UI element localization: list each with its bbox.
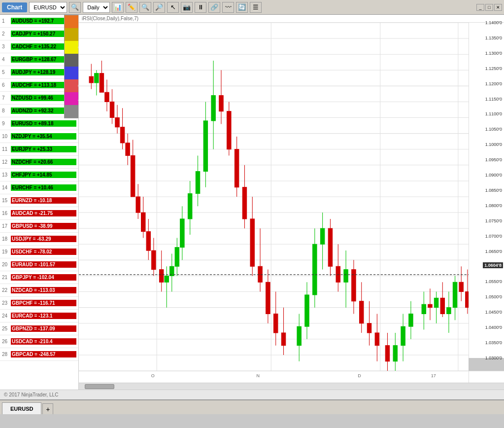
time-scale: OND17 bbox=[79, 371, 469, 383]
strength-row[interactable]: 18 USDJPY = -63.29 bbox=[0, 233, 78, 246]
svg-rect-40 bbox=[120, 127, 124, 143]
pair-name: GBPNZD = -137.09 bbox=[11, 325, 76, 332]
row-number: 19 bbox=[2, 249, 11, 254]
currency-option-eur[interactable]: EUR bbox=[65, 28, 79, 41]
pair-name: USDCAD = -210.4 bbox=[11, 338, 76, 345]
strength-row[interactable]: 26 USDCAD = -210.4 bbox=[0, 335, 78, 348]
minimize-button[interactable]: _ bbox=[476, 4, 484, 11]
list-icon[interactable]: ☰ bbox=[250, 2, 262, 13]
svg-rect-38 bbox=[115, 118, 119, 127]
row-number: 23 bbox=[2, 300, 11, 306]
strength-row[interactable]: 20 EURAUD = -101.57 bbox=[0, 258, 78, 271]
chart-indicator-label: iRSI(Close,Daily),False,7) bbox=[79, 15, 504, 23]
bar-chart-icon[interactable]: 📊 bbox=[112, 2, 124, 13]
strength-row[interactable]: 16 AUDCAD = -21.75 bbox=[0, 207, 78, 220]
currency-option-nzd[interactable]: NZD bbox=[65, 105, 79, 118]
svg-rect-70 bbox=[211, 96, 215, 121]
zoom-in-icon[interactable]: 🔍 bbox=[139, 2, 151, 13]
pair-name: GBPUSD = -38.99 bbox=[11, 223, 76, 229]
svg-rect-80 bbox=[250, 219, 254, 266]
snapshot-icon[interactable]: 📷 bbox=[181, 2, 193, 13]
price-tick: 1.0900'0 bbox=[485, 173, 502, 178]
symbol-select[interactable]: EURUSD bbox=[29, 2, 67, 13]
svg-rect-128 bbox=[447, 308, 451, 314]
timeframe-select[interactable]: Daily bbox=[83, 2, 110, 13]
strength-row[interactable]: 22 NZDCAD = -113.03 bbox=[0, 284, 78, 297]
row-number: 26 bbox=[2, 339, 11, 344]
currency-option-usd[interactable]: USD bbox=[65, 15, 79, 28]
svg-rect-132 bbox=[459, 282, 463, 291]
svg-rect-122 bbox=[428, 304, 432, 307]
svg-rect-72 bbox=[219, 96, 223, 111]
pair-name: EURCAD = -123.1 bbox=[11, 313, 76, 319]
svg-rect-64 bbox=[188, 194, 192, 219]
connect-icon[interactable]: 〰 bbox=[222, 2, 234, 13]
row-number: 11 bbox=[2, 146, 11, 152]
tab-eurusd[interactable]: EURUSD bbox=[2, 402, 41, 414]
time-label-17: 17 bbox=[431, 373, 436, 378]
pause-icon[interactable]: ⏸ bbox=[195, 2, 206, 13]
svg-rect-28 bbox=[89, 76, 93, 83]
time-label-n: N bbox=[257, 373, 260, 378]
strength-row[interactable]: 9 EURUSD = +89.18 bbox=[0, 117, 78, 130]
svg-rect-60 bbox=[175, 248, 179, 267]
strength-row[interactable]: 25 GBPNZD = -137.09 bbox=[0, 322, 78, 335]
scrollbar-thumb[interactable] bbox=[85, 384, 114, 389]
horizontal-scrollbar[interactable] bbox=[79, 383, 504, 390]
price-tick: 1.0350'0 bbox=[485, 340, 502, 345]
svg-rect-78 bbox=[242, 187, 246, 219]
pair-name: GBPCAD = -248.57 bbox=[11, 351, 76, 357]
chart-inner: 1 AUDUSD = +192.7 2 CADJPY = +150.27 3 C… bbox=[0, 15, 504, 390]
pair-name: GBPJPY = -102.04 bbox=[11, 274, 76, 281]
currency-option-aud[interactable]: AUD bbox=[65, 92, 79, 105]
svg-rect-56 bbox=[165, 276, 168, 282]
sync-icon[interactable]: 🔗 bbox=[208, 2, 220, 13]
svg-rect-116 bbox=[401, 326, 405, 346]
search-button[interactable]: 🔍 bbox=[69, 2, 81, 13]
strength-row[interactable]: 19 USDCHF = -78.02 bbox=[0, 246, 78, 258]
strength-row[interactable]: 13 CHFJPY = +14.85 bbox=[0, 169, 78, 181]
price-tick: 1.1200'0 bbox=[485, 81, 502, 86]
strength-row[interactable]: 15 EURNZD = -10.18 bbox=[0, 194, 78, 207]
currency-option-chf[interactable]: CHF bbox=[65, 54, 79, 67]
svg-rect-76 bbox=[235, 149, 238, 187]
price-tick: 1.1350'0 bbox=[485, 36, 502, 40]
strength-row[interactable]: 23 GBPCHF = -116.71 bbox=[0, 297, 78, 310]
row-number: 6 bbox=[2, 82, 11, 88]
price-scale: 1.0300'01.0350'01.0400'01.0450'01.0500'0… bbox=[469, 23, 504, 358]
candlestick-svg[interactable] bbox=[79, 23, 469, 371]
row-number: 5 bbox=[2, 70, 11, 75]
svg-rect-68 bbox=[203, 121, 207, 172]
pair-name: NZDCAD = -113.03 bbox=[11, 287, 76, 293]
strength-row[interactable]: 17 GBPUSD = -38.99 bbox=[0, 220, 78, 233]
currency-option-jpy[interactable]: JPY bbox=[65, 67, 79, 79]
row-number: 13 bbox=[2, 172, 11, 178]
close-button[interactable]: ✕ bbox=[494, 4, 502, 11]
svg-rect-100 bbox=[336, 266, 340, 282]
currency-option-cad[interactable]: CAD bbox=[65, 79, 79, 92]
zoom-out-icon[interactable]: 🔎 bbox=[153, 2, 165, 13]
refresh-icon[interactable]: 🔄 bbox=[236, 2, 248, 13]
svg-rect-102 bbox=[344, 270, 348, 283]
pencil-icon[interactable]: ✏️ bbox=[126, 2, 137, 13]
price-tick: 1.0650'0 bbox=[485, 249, 502, 254]
chart-body[interactable]: 1.0300'01.0350'01.0400'01.0450'01.0500'0… bbox=[79, 23, 504, 371]
row-number: 25 bbox=[2, 326, 11, 331]
row-number: 16 bbox=[2, 211, 11, 216]
price-tick: 1.0400'0 bbox=[485, 325, 502, 330]
currency-option-gbp[interactable]: GBP bbox=[65, 41, 79, 54]
row-number: 22 bbox=[2, 287, 11, 293]
svg-rect-48 bbox=[141, 213, 145, 232]
strength-row[interactable]: 21 GBPJPY = -102.04 bbox=[0, 271, 78, 284]
app-container: Chart EURUSD 🔍 Daily 📊 ✏️ 🔍 🔎 ↖ 📷 ⏸ 🔗 〰 … bbox=[0, 0, 504, 414]
strength-row[interactable]: 12 NZDCHF = +20.66 bbox=[0, 156, 78, 169]
row-number: 12 bbox=[2, 159, 11, 165]
maximize-button[interactable]: □ bbox=[485, 4, 493, 11]
strength-row[interactable]: 24 EURCAD = -123.1 bbox=[0, 310, 78, 322]
strength-row[interactable]: 28 GBPCAD = -248.57 bbox=[0, 348, 78, 361]
strength-row[interactable]: 14 EURCHF = +10.46 bbox=[0, 181, 78, 194]
strength-row[interactable]: 10 NZDJPY = +35.54 bbox=[0, 130, 78, 143]
strength-row[interactable]: 11 EURJPY = +25.33 bbox=[0, 143, 78, 156]
cursor-icon[interactable]: ↖ bbox=[167, 2, 179, 13]
tab-add-button[interactable]: + bbox=[42, 403, 53, 414]
